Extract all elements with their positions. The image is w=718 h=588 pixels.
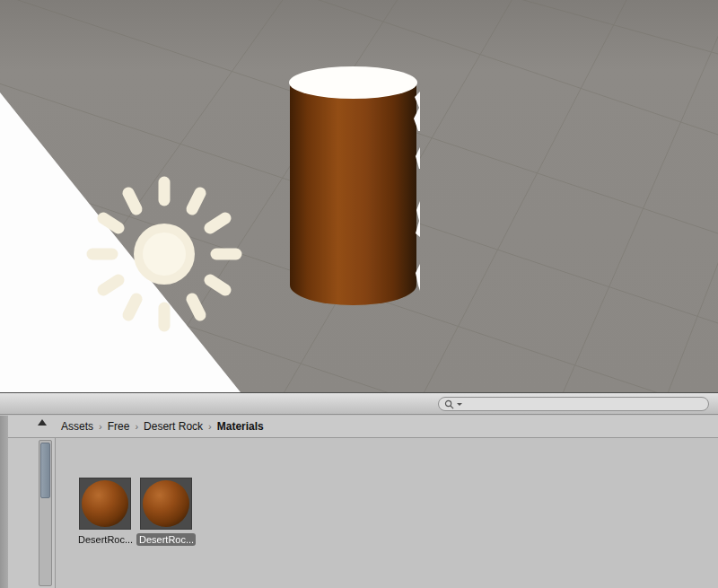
search-box[interactable] — [438, 397, 709, 411]
rock-texture-noise — [290, 81, 416, 305]
breadcrumb-item-free[interactable]: Free — [108, 420, 130, 433]
cylinder-body — [290, 81, 416, 305]
scroll-up-arrow-icon[interactable] — [38, 419, 47, 426]
scrollbar-thumb[interactable] — [40, 443, 50, 498]
panel-left-edge — [0, 416, 8, 588]
folder-sidebar[interactable] — [8, 438, 56, 588]
cylinder-top-cap — [289, 66, 417, 99]
chevron-right-icon: › — [208, 421, 212, 432]
breadcrumb: Assets › Free › Desert Rock › Materials — [0, 416, 718, 438]
breadcrumb-item-desert-rock[interactable]: Desert Rock — [144, 420, 203, 433]
search-icon — [444, 399, 454, 409]
unity-editor-window: Assets › Free › Desert Rock › Materials — [0, 0, 718, 588]
scene-view[interactable] — [0, 0, 718, 392]
chevron-right-icon: › — [99, 421, 102, 432]
project-toolbar — [0, 392, 718, 415]
asset-grid[interactable]: DesertRoc... DesertRoc... — [57, 438, 718, 588]
breadcrumb-item-materials[interactable]: Materials — [217, 420, 264, 433]
rock-cylinder-object[interactable] — [289, 66, 419, 309]
asset-label: DesertRoc... — [136, 533, 196, 546]
asset-label: DesertRoc... — [75, 533, 135, 546]
vertical-scrollbar[interactable] — [39, 440, 52, 586]
material-noise — [82, 480, 128, 527]
material-thumbnail — [79, 478, 131, 530]
material-noise — [143, 480, 189, 527]
cylinder-texture-gaps — [407, 84, 422, 309]
search-filter-caret[interactable] — [457, 403, 462, 406]
chevron-right-icon: › — [135, 421, 138, 432]
search-input[interactable] — [466, 399, 703, 409]
material-thumbnail — [140, 478, 192, 530]
sun-light-gizmo-icon[interactable] — [83, 173, 245, 335]
asset-item-desert-rock-material-1[interactable]: DesertRoc... — [74, 478, 136, 549]
project-panel: Assets › Free › Desert Rock › Materials — [0, 392, 718, 588]
asset-item-desert-rock-material-2[interactable]: DesertRoc... — [136, 478, 197, 549]
breadcrumb-item-assets[interactable]: Assets — [61, 420, 93, 433]
